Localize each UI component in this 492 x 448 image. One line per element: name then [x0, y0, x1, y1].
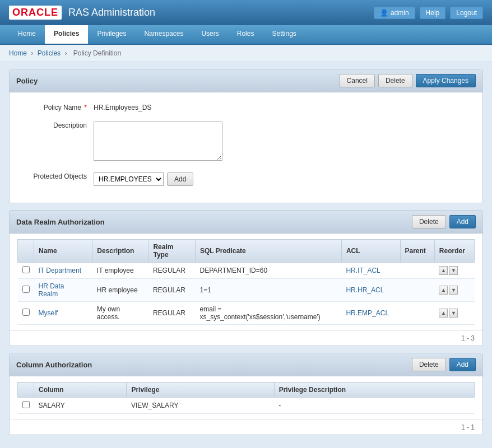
row2-up-arrow[interactable]: ▲ [439, 286, 448, 295]
nav: Home Policies Privileges Namespaces User… [0, 25, 492, 45]
row2-realm-type: REGULAR [148, 279, 196, 302]
nav-namespaces[interactable]: Namespaces [135, 25, 192, 44]
row1-name-link[interactable]: IT Department [39, 267, 81, 274]
row1-down-arrow[interactable]: ▼ [449, 266, 458, 275]
col-row1-privilege: VIEW_SALARY [127, 398, 274, 414]
row3-checkbox[interactable] [22, 309, 30, 316]
policy-name-row: Policy Name * HR.Employees_DS [21, 101, 471, 111]
oracle-logo: ORACLE [9, 6, 62, 20]
row1-acl-link[interactable]: HR.IT_ACL [346, 267, 380, 274]
row1-checkbox-cell [18, 263, 34, 279]
row2-checkbox[interactable] [22, 286, 30, 293]
col-checkbox [18, 240, 34, 263]
data-realm-table-wrapper: Name Description RealmType SQL Predicate… [10, 234, 482, 330]
user-badge: 👤 admin [374, 7, 415, 19]
nav-policies[interactable]: Policies [45, 25, 88, 44]
main-content: Policy Cancel Delete Apply Changes Polic… [0, 62, 492, 448]
row2-down-arrow[interactable]: ▼ [449, 286, 458, 295]
row1-realm-type: REGULAR [148, 263, 196, 279]
col-col-checkbox [18, 382, 34, 398]
col-privilege: Privilege [127, 382, 274, 398]
column-auth-table: Column Privilege Privilege Description S… [17, 382, 475, 414]
col-sql-predicate: SQL Predicate [195, 240, 341, 263]
policy-form-body: Policy Name * HR.Employees_DS Descriptio… [10, 92, 482, 203]
description-label: Description [21, 119, 94, 129]
row3-sql-predicate: email =xs_sys_context('xs$session','user… [195, 302, 341, 325]
help-button[interactable]: Help [420, 7, 446, 19]
row3-checkbox-cell [18, 302, 34, 325]
protected-objects-row: Protected Objects HR.EMPLOYEES Add [21, 170, 471, 186]
column-auth-delete-button[interactable]: Delete [412, 358, 446, 371]
cancel-button[interactable]: Cancel [340, 74, 375, 87]
row3-realm-type: REGULAR [148, 302, 196, 325]
policy-name-value: HR.Employees_DS [94, 101, 471, 111]
row1-reorder-arrows: ▲ ▼ [439, 266, 470, 275]
data-realm-add-button[interactable]: Add [449, 215, 476, 228]
row1-sql-predicate: DEPARTMENT_ID=60 [195, 263, 341, 279]
data-realm-section: Data Realm Authorization Delete Add Name… [9, 210, 483, 346]
data-realm-table-header-row: Name Description RealmType SQL Predicate… [18, 240, 475, 263]
col-row1-checkbox-cell [18, 398, 34, 414]
nav-users[interactable]: Users [192, 25, 228, 44]
row1-name: IT Department [34, 263, 92, 279]
column-auth-title: Column Authorization [16, 361, 92, 369]
nav-home[interactable]: Home [9, 25, 45, 44]
column-auth-table-wrapper: Column Privilege Privilege Description S… [10, 376, 482, 419]
row2-acl-link[interactable]: HR.HR_ACL [346, 286, 384, 294]
data-realm-delete-button[interactable]: Delete [412, 215, 446, 228]
col-realm-type: RealmType [148, 240, 196, 263]
header: ORACLE RAS Administration 👤 admin Help L… [0, 0, 492, 25]
table-row: IT Department IT employee REGULAR DEPART… [18, 263, 475, 279]
row2-reorder: ▲ ▼ [434, 279, 474, 302]
protected-objects-add-button[interactable]: Add [167, 172, 193, 186]
row1-reorder: ▲ ▼ [434, 263, 474, 279]
column-auth-add-button[interactable]: Add [449, 358, 476, 371]
app-title: RAS Administration [68, 7, 155, 18]
row1-up-arrow[interactable]: ▲ [439, 266, 448, 275]
row3-description: My ownaccess. [92, 302, 148, 325]
row2-sql-predicate: 1=1 [195, 279, 341, 302]
row3-parent [400, 302, 434, 325]
policy-section-title: Policy [16, 77, 38, 85]
col-name: Name [34, 240, 92, 263]
col-row1-privilege-desc: - [274, 398, 474, 414]
row3-down-arrow[interactable]: ▼ [449, 309, 458, 318]
description-textarea[interactable] [94, 122, 222, 161]
user-icon: 👤 [380, 9, 388, 17]
breadcrumb-policies[interactable]: Policies [38, 49, 61, 57]
col-reorder: Reorder [434, 240, 474, 263]
row3-name-link[interactable]: Myself [39, 309, 58, 317]
nav-roles[interactable]: Roles [228, 25, 263, 44]
policy-section: Policy Cancel Delete Apply Changes Polic… [9, 69, 483, 203]
row2-name-link[interactable]: HR DataRealm [39, 282, 64, 298]
username: admin [391, 9, 409, 17]
breadcrumb-sep2: › [64, 49, 67, 57]
data-realm-pagination: 1 - 3 [10, 330, 482, 346]
col-row1-checkbox[interactable] [22, 401, 30, 408]
protected-objects-value: HR.EMPLOYEES Add [94, 170, 471, 186]
row3-acl-link[interactable]: HR.EMP_ACL [346, 309, 389, 317]
row3-acl: HR.EMP_ACL [341, 302, 400, 325]
protected-objects-label: Protected Objects [21, 170, 94, 180]
row3-name: Myself [34, 302, 92, 325]
logout-button[interactable]: Logout [450, 7, 483, 19]
data-realm-table: Name Description RealmType SQL Predicate… [17, 239, 475, 325]
delete-button[interactable]: Delete [378, 74, 412, 87]
col-description: Description [92, 240, 148, 263]
row1-description: IT employee [92, 263, 148, 279]
col-row1-column: SALARY [34, 398, 127, 414]
apply-changes-button[interactable]: Apply Changes [416, 74, 476, 87]
row1-checkbox[interactable] [22, 266, 30, 273]
row3-up-arrow[interactable]: ▲ [439, 309, 448, 318]
table-row: Myself My ownaccess. REGULAR email =xs_s… [18, 302, 475, 325]
required-marker: * [84, 104, 87, 111]
nav-privileges[interactable]: Privileges [88, 25, 135, 44]
table-row: SALARY VIEW_SALARY - [18, 398, 475, 414]
row2-parent [400, 279, 434, 302]
nav-settings[interactable]: Settings [263, 25, 305, 44]
row3-reorder: ▲ ▼ [434, 302, 474, 325]
row2-checkbox-cell [18, 279, 34, 302]
breadcrumb-current: Policy Definition [73, 49, 121, 57]
protected-objects-select[interactable]: HR.EMPLOYEES [94, 172, 164, 186]
breadcrumb-home[interactable]: Home [9, 49, 27, 57]
